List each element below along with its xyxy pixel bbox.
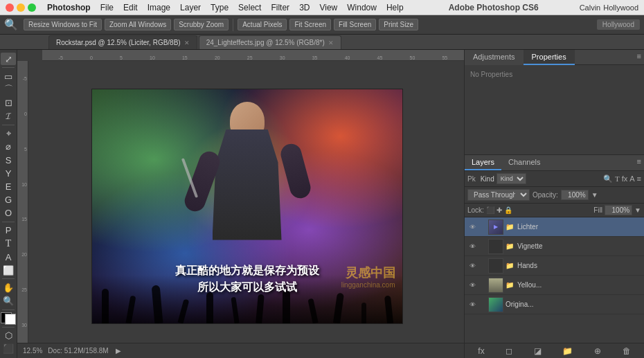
layer-item-yellou[interactable]: 👁 📁 Yellou... xyxy=(465,276,644,295)
new-layer-btn[interactable]: ⊕ xyxy=(591,346,604,356)
fill-screen-btn[interactable]: Fill Screen xyxy=(334,19,376,30)
foreground-color[interactable] xyxy=(1,312,16,325)
move-tool[interactable]: ⤢ xyxy=(1,53,16,65)
menu-view[interactable]: View xyxy=(315,3,341,12)
tab-lighteffects[interactable]: 24_Lighteffects.jpg @ 12.5% (RGB/8*) ✕ xyxy=(199,35,341,49)
hand-tool[interactable]: ✋ xyxy=(1,281,16,294)
brush-tool[interactable]: ⌀ xyxy=(1,141,16,153)
status-arrow[interactable]: ▶ xyxy=(116,347,121,355)
eraser-tool[interactable]: E xyxy=(1,180,16,193)
menu-photoshop[interactable]: Photoshop xyxy=(43,3,95,12)
opacity-input[interactable] xyxy=(561,190,589,200)
layer-visibility-vignette[interactable]: 👁 xyxy=(467,242,477,251)
menu-layer[interactable]: Layer xyxy=(176,3,205,12)
layer-item-vignette[interactable]: 👁 📁 Vignette xyxy=(465,237,644,256)
kind-dropdown[interactable]: Kind xyxy=(497,173,526,184)
lock-pixels-icon[interactable]: ⬛ xyxy=(486,206,494,214)
eyedropper-tool[interactable]: 𝓘 xyxy=(1,110,16,123)
marquee-tool[interactable]: ▭ xyxy=(1,70,16,82)
layer-name-lichter: Lichter xyxy=(517,223,641,231)
opacity-arrow[interactable]: ▼ xyxy=(591,191,598,199)
menu-file[interactable]: File xyxy=(96,3,118,12)
add-style-btn[interactable]: fx xyxy=(475,346,487,356)
print-size-btn[interactable]: Print Size xyxy=(379,19,418,30)
scrubby-zoom-btn[interactable]: Scrubby Zoom xyxy=(174,19,229,30)
close-button[interactable] xyxy=(6,3,14,12)
fill-input[interactable] xyxy=(605,205,632,215)
lasso-tool[interactable]: ⌒ xyxy=(1,83,16,96)
blend-mode-select[interactable]: Pass Through Normal Multiply Screen xyxy=(467,189,530,201)
lock-position-icon[interactable]: ✚ xyxy=(497,206,502,214)
tab-rockstar[interactable]: Rockstar.psd @ 12.5% (Liciter, RGB/8B) ✕ xyxy=(48,35,197,49)
spot-heal-tool[interactable]: ⌖ xyxy=(1,127,16,140)
gradient-tool[interactable]: G xyxy=(1,194,16,206)
layer-thumb-origina xyxy=(488,297,503,312)
fit-screen-btn[interactable]: Fit Screen xyxy=(289,19,331,30)
menu-filter[interactable]: Filter xyxy=(267,3,294,12)
new-adj-layer-btn[interactable]: ◪ xyxy=(531,346,544,356)
tab-properties[interactable]: Properties xyxy=(524,50,575,65)
layer-visibility-hands[interactable]: 👁 xyxy=(467,261,477,271)
watermark-english: lingganchina.com xyxy=(341,281,395,289)
dodge-tool[interactable]: O xyxy=(1,207,16,220)
filter-fx-icon[interactable]: fx xyxy=(622,174,628,183)
layers-panel-menu[interactable]: ≡ xyxy=(634,155,644,170)
quick-mask-btn[interactable]: ⬡ xyxy=(1,330,16,342)
actual-pixels-btn[interactable]: Actual Pixels xyxy=(238,19,287,30)
workspace-dropdown[interactable]: Hollywood xyxy=(597,19,640,30)
document-canvas[interactable]: 真正酷的地方就是保存为预设 所以大家可以多试试 灵感中国 lingganchin… xyxy=(91,89,403,324)
menu-edit[interactable]: Edit xyxy=(119,3,142,12)
minimize-button[interactable] xyxy=(17,3,25,12)
ruler-mark: 0 xyxy=(89,55,93,60)
menu-window[interactable]: Window xyxy=(343,3,381,12)
tab-rockstar-close[interactable]: ✕ xyxy=(184,39,190,46)
layer-folder-icon-lichter: 📁 xyxy=(506,223,514,231)
tab-adjustments[interactable]: Adjustments xyxy=(465,50,524,65)
menu-image[interactable]: Image xyxy=(143,3,175,12)
fill-arrow[interactable]: ▼ xyxy=(634,206,641,214)
maximize-button[interactable] xyxy=(28,3,36,12)
zoom-all-btn[interactable]: Zoom All Windows xyxy=(105,19,171,30)
screen-mode-btn[interactable]: ⬛ xyxy=(1,343,16,355)
panel-menu-btn[interactable]: ≡ xyxy=(634,50,644,65)
layer-visibility-origina[interactable]: 👁 xyxy=(467,300,477,310)
filter-type-icon[interactable]: T xyxy=(615,174,620,183)
tab-channels[interactable]: Channels xyxy=(501,155,547,170)
layer-chain-lichter xyxy=(479,224,486,231)
canvas-image[interactable]: 真正酷的地方就是保存为预设 所以大家可以多试试 灵感中国 lingganchin… xyxy=(37,69,457,343)
tab-lighteffects-close[interactable]: ✕ xyxy=(328,39,334,46)
layer-name-origina: Origina... xyxy=(506,301,641,308)
tool-separator-6 xyxy=(2,327,15,328)
add-mask-btn[interactable]: ◻ xyxy=(503,346,515,356)
filter-adj-icon[interactable]: A xyxy=(629,174,634,183)
resize-windows-btn[interactable]: Resize Windows to Fit xyxy=(24,19,102,30)
type-tool[interactable]: T xyxy=(1,238,16,250)
layer-item-origina[interactable]: 👁 Origina... xyxy=(465,295,644,314)
shape-tool[interactable]: ⬜ xyxy=(1,264,16,276)
path-select-tool[interactable]: A xyxy=(1,251,16,263)
ruler-mark-v: -5 xyxy=(22,76,28,81)
layer-folder-icon-hands: 📁 xyxy=(506,262,514,269)
menu-type[interactable]: Type xyxy=(206,3,233,12)
layer-thumb-vignette xyxy=(488,239,503,254)
clone-tool[interactable]: S xyxy=(1,154,16,166)
layer-visibility-yellou[interactable]: 👁 xyxy=(467,280,477,290)
delete-layer-btn[interactable]: 🗑 xyxy=(620,346,634,356)
watermark-chinese: 灵感中国 xyxy=(341,265,395,281)
menu-help[interactable]: Help xyxy=(382,3,408,12)
history-brush-tool[interactable]: Y xyxy=(1,167,16,179)
filter-search-icon[interactable]: 🔍 xyxy=(603,174,613,184)
layer-visibility-lichter[interactable]: 👁 xyxy=(467,222,477,232)
menu-select[interactable]: Select xyxy=(234,3,265,12)
zoom-display: 12.5% xyxy=(23,347,42,355)
pen-tool[interactable]: P xyxy=(1,224,16,237)
filter-more-icon[interactable]: ≡ xyxy=(637,174,641,183)
new-group-btn[interactable]: 📁 xyxy=(560,346,575,356)
layer-item-hands[interactable]: 👁 📁 Hands xyxy=(465,256,644,276)
crop-tool[interactable]: ⊡ xyxy=(1,96,16,109)
lock-all-icon[interactable]: 🔒 xyxy=(504,206,512,214)
menu-3d[interactable]: 3D xyxy=(295,3,314,12)
layer-item-lichter[interactable]: 👁 ▶ 📁 Lichter xyxy=(465,217,644,237)
tab-layers[interactable]: Layers xyxy=(465,155,501,170)
zoom-tool[interactable]: 🔍 xyxy=(1,295,16,307)
